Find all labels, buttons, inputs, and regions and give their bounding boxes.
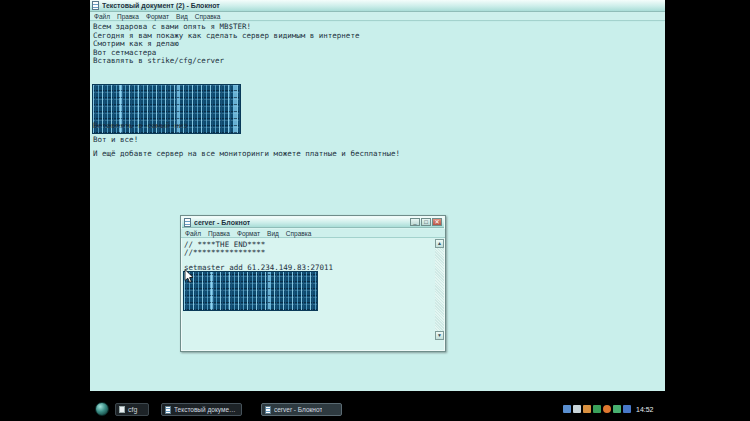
desktop-screen: Текстовый документ (2) - Блокнот Файл Пр… <box>90 0 665 391</box>
quicklaunch-label: cfg <box>128 404 137 415</box>
window2-text-area[interactable]: // ****THE END**** //**************** se… <box>182 239 444 350</box>
network-icon[interactable] <box>613 405 621 413</box>
minimize-button[interactable]: _ <box>410 218 420 226</box>
text-line: И ещё добавте сервер на все мониторинги … <box>93 147 400 161</box>
notepad-window-1: Текстовый документ (2) - Блокнот Файл Пр… <box>90 0 665 21</box>
menu-item-format[interactable]: Формат <box>237 230 260 237</box>
taskbar-clock[interactable]: 14:52 <box>636 404 654 415</box>
display-icon[interactable] <box>563 405 571 413</box>
window2-text-lines: // ****THE END**** //**************** se… <box>184 241 333 271</box>
taskbar: cfg Текстовый докумен... cerver - Блокно… <box>90 402 665 418</box>
menu-item-edit[interactable]: Правка <box>208 230 230 237</box>
update-icon[interactable] <box>583 405 591 413</box>
notepad-icon <box>92 1 99 10</box>
notepad-icon <box>165 406 171 414</box>
taskbar-button-label: cerver - Блокнот <box>274 404 322 415</box>
text-line: Вставлять в самый низ <box>93 119 400 133</box>
scroll-down-icon[interactable]: ▼ <box>435 331 444 340</box>
messenger-icon[interactable] <box>603 405 611 413</box>
folder-icon <box>119 406 125 413</box>
notepad-icon <box>265 406 271 414</box>
menu-item-file[interactable]: Файл <box>94 13 110 20</box>
text-line: Вот и все! <box>93 133 400 147</box>
start-button[interactable] <box>95 402 109 416</box>
menu-item-format[interactable]: Формат <box>146 13 169 20</box>
text-line: Вставлять в strike/cfg/cerver <box>93 57 359 66</box>
window1-title: Текстовый документ (2) - Блокнот <box>102 0 220 11</box>
menu-item-help[interactable]: Справка <box>286 230 312 237</box>
window2-controls: _ □ ✕ <box>410 218 442 226</box>
window1-menubar: Файл Правка Формат Вид Справка <box>90 12 665 21</box>
language-icon[interactable] <box>623 405 631 413</box>
window1-outro-lines: Вставлять в самый низ Вот и все! И ещё д… <box>93 119 400 161</box>
video-frame: { "watermark": { "text": "www.uvsoftium.… <box>0 0 750 421</box>
scroll-up-icon[interactable]: ▲ <box>435 239 444 248</box>
menu-item-view[interactable]: Вид <box>267 230 279 237</box>
window1-titlebar[interactable]: Текстовый документ (2) - Блокнот <box>90 0 665 12</box>
close-button[interactable]: ✕ <box>432 218 442 226</box>
mouse-cursor-icon <box>184 269 194 284</box>
window2-menubar: Файл Правка Формат Вид Справка <box>181 229 445 238</box>
window2-titlebar[interactable]: cerver - Блокнот _ □ ✕ <box>182 217 444 228</box>
system-tray <box>563 405 631 413</box>
menu-item-view[interactable]: Вид <box>176 13 188 20</box>
maximize-button[interactable]: □ <box>421 218 431 226</box>
selected-config-block[interactable] <box>183 271 318 311</box>
shield-icon[interactable] <box>593 405 601 413</box>
window1-intro-lines: Всем здарова с вами опять я MB$TER! Сего… <box>93 23 359 66</box>
menu-item-file[interactable]: Файл <box>185 230 201 237</box>
taskbar-button-cerver[interactable]: cerver - Блокнот <box>261 403 342 416</box>
taskbar-button-document[interactable]: Текстовый докумен... <box>161 403 242 416</box>
taskbar-button-label: Текстовый докумен... <box>174 404 238 415</box>
window2-title: cerver - Блокнот <box>194 217 250 228</box>
quicklaunch-cfg-button[interactable]: cfg <box>115 403 149 416</box>
vertical-scrollbar[interactable]: ▲ ▼ <box>435 239 444 340</box>
volume-icon[interactable] <box>573 405 581 413</box>
notepad-window-2: cerver - Блокнот _ □ ✕ Файл Правка Форма… <box>180 215 446 352</box>
menu-item-edit[interactable]: Правка <box>117 13 139 20</box>
menu-item-help[interactable]: Справка <box>195 13 221 20</box>
notepad-icon <box>184 218 191 227</box>
